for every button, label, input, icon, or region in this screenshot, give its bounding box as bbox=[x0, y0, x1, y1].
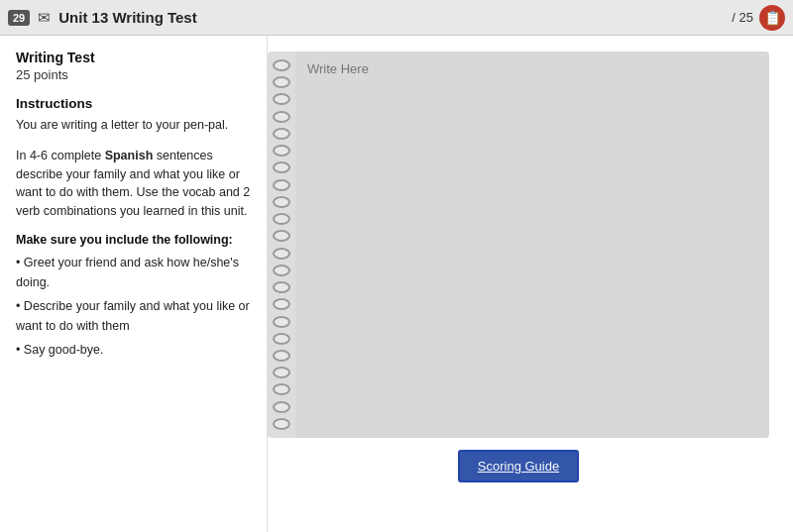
spiral-loop bbox=[273, 265, 290, 276]
page-title: Unit 13 Writing Test bbox=[58, 9, 196, 26]
instructions-heading: Instructions bbox=[16, 96, 251, 111]
spiral-loop bbox=[273, 418, 290, 430]
writing-test-title: Writing Test bbox=[16, 50, 251, 65]
spiral-loop bbox=[273, 333, 290, 345]
instructions-para1-text: You are writing a letter to your pen-pal… bbox=[16, 118, 228, 132]
spiral-loop bbox=[273, 230, 290, 242]
right-panel: Scoring Guide bbox=[268, 36, 793, 532]
instructions-para2-bold: Spanish bbox=[105, 149, 154, 162]
bullet-item: • Say good-bye. bbox=[16, 340, 251, 360]
scoring-guide-button[interactable]: Scoring Guide bbox=[458, 450, 579, 482]
instructions-para2: In 4-6 complete Spanish sentences descri… bbox=[16, 147, 251, 221]
spiral-loop bbox=[273, 281, 290, 293]
bullet-list: • Greet your friend and ask how he/she's… bbox=[16, 253, 251, 360]
notebook-container bbox=[268, 52, 769, 438]
left-panel: Writing Test 25 points Instructions You … bbox=[0, 36, 268, 532]
spiral-loop bbox=[273, 383, 290, 395]
spiral-loop bbox=[273, 350, 290, 362]
spiral-loop bbox=[273, 179, 290, 191]
spiral-loop bbox=[273, 248, 290, 260]
notebook-page bbox=[295, 52, 769, 438]
spiral-loop bbox=[273, 316, 290, 328]
bullet-item: • Describe your family and what you like… bbox=[16, 296, 251, 336]
spiral-loop bbox=[273, 59, 290, 71]
spiral-loop bbox=[273, 213, 290, 225]
spiral-loop bbox=[273, 111, 290, 123]
spiral-loop bbox=[273, 76, 290, 88]
writing-test-points: 25 points bbox=[16, 67, 251, 82]
page-indicator: / 25 bbox=[732, 10, 753, 25]
make-sure-heading: Make sure you include the following: bbox=[16, 233, 251, 247]
bullet-item: • Greet your friend and ask how he/she's… bbox=[16, 253, 251, 292]
spiral-loop bbox=[273, 298, 290, 310]
page-number-badge: 29 bbox=[8, 10, 30, 26]
mail-icon[interactable]: ✉ bbox=[38, 9, 51, 27]
spiral-loop bbox=[273, 93, 290, 105]
spiral-loop bbox=[273, 401, 290, 413]
write-here-input[interactable] bbox=[307, 61, 757, 428]
header-right: / 25 📋 bbox=[732, 5, 785, 31]
spiral-loop bbox=[273, 145, 290, 157]
notebook-icon[interactable]: 📋 bbox=[759, 5, 785, 31]
spiral-loop bbox=[273, 161, 290, 173]
main-content: Writing Test 25 points Instructions You … bbox=[0, 36, 793, 532]
instructions-para1: You are writing a letter to your pen-pal… bbox=[16, 116, 251, 135]
spiral-loop bbox=[273, 128, 290, 140]
spiral-loop bbox=[273, 367, 290, 378]
instructions-para2-pre: In 4-6 complete bbox=[16, 149, 105, 162]
header-left: 29 ✉ Unit 13 Writing Test bbox=[8, 9, 197, 27]
notebook-spiral bbox=[268, 52, 295, 438]
spiral-loop bbox=[273, 196, 290, 208]
header: 29 ✉ Unit 13 Writing Test / 25 📋 bbox=[0, 0, 793, 36]
